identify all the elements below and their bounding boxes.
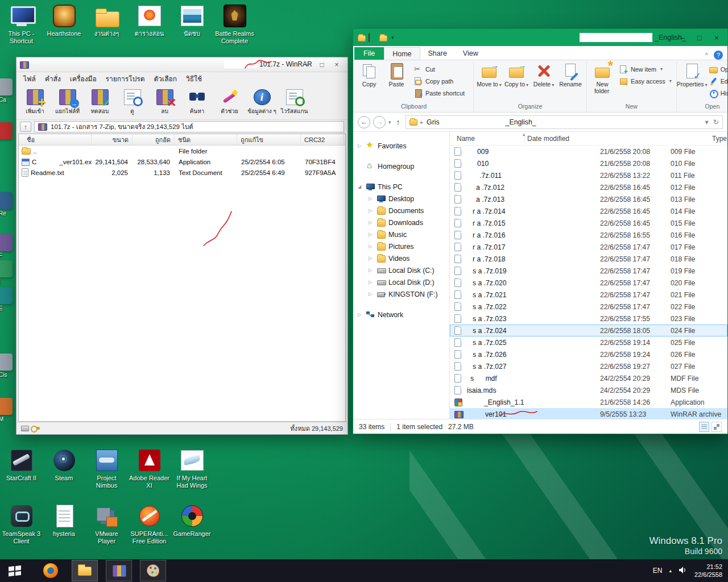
ribbon-button[interactable]: Move to▾ — [475, 61, 503, 88]
desktop-icon[interactable]: StarCraft II — [0, 448, 43, 489]
file-row[interactable]: r a .7z.015 22/6/2558 16:45 015 File — [450, 217, 727, 229]
drive-icon[interactable] — [21, 426, 29, 431]
ribbon-button[interactable]: New folder — [589, 61, 616, 94]
up-icon[interactable]: ↑ — [394, 118, 403, 127]
ribbon-collapse-icon[interactable]: ^ — [705, 52, 708, 59]
expand-arrow-icon[interactable]: ▷ — [358, 143, 363, 148]
nav-item[interactable]: ▷ Videos — [353, 252, 449, 264]
expand-arrow-icon[interactable]: ▷ — [369, 292, 374, 297]
file-row[interactable]: a .7z.013 22/6/2558 16:45 013 File — [450, 193, 727, 205]
file-row[interactable]: _English_1.1 21/6/2558 14:26 Application — [450, 396, 727, 408]
file-row[interactable]: s a .7z.025 22/6/2558 19:14 025 File — [450, 336, 727, 348]
file-row[interactable]: r a .7z.018 22/6/2558 17:47 018 File — [450, 253, 727, 265]
toolbar-button[interactable]: ดู — [116, 86, 148, 119]
column-header[interactable]: Date modified — [525, 132, 712, 145]
explorer-app-icon[interactable] — [358, 35, 366, 41]
desktop-icon[interactable]: If My Heart Had Wings — [171, 448, 213, 489]
archive-file-row[interactable]: Readme.txt 2,025 1,133 Text Document 25/… — [19, 167, 345, 178]
desktop-icon[interactable]: GameRanger — [171, 504, 213, 545]
ribbon-tab[interactable]: Home — [384, 47, 420, 60]
desktop-icon[interactable]: Steam — [43, 448, 85, 489]
toolbar-button[interactable]: เพิ่มเข้า — [19, 86, 51, 119]
ribbon-button[interactable]: Rename — [557, 61, 585, 88]
expand-arrow-icon[interactable]: ▷ — [369, 232, 374, 237]
ribbon-tab[interactable]: View — [455, 47, 486, 60]
expand-arrow-icon[interactable]: ▷ — [369, 268, 374, 273]
ribbon-button[interactable]: Copy to▾ — [503, 61, 530, 88]
toolbar-button[interactable]: ลบ — [148, 86, 181, 119]
expand-arrow-icon[interactable]: ▷ — [369, 220, 374, 225]
ribbon-button[interactable]: History — [706, 87, 728, 99]
nav-item[interactable]: ▷ Desktop — [353, 193, 449, 205]
menu-item[interactable]: เครื่องมือ — [65, 72, 101, 85]
ribbon-button[interactable]: Easy access▾ — [616, 75, 675, 87]
breadcrumb[interactable]: ▸ Gris _English_ ▾ ↻ — [406, 115, 723, 129]
file-row[interactable]: s a .7z.021 22/6/2558 17:47 021 File — [450, 289, 727, 301]
file-row[interactable]: 010 21/6/2558 20:08 010 File — [450, 157, 727, 169]
menu-item[interactable]: ไฟล์ — [19, 72, 40, 85]
nav-item[interactable]: ▷ Favorites — [353, 140, 449, 152]
close-icon[interactable]: × — [329, 60, 344, 70]
nav-item[interactable]: ▷ Documents — [353, 205, 449, 217]
close-icon[interactable]: × — [708, 34, 725, 42]
maximize-icon[interactable]: □ — [691, 34, 708, 42]
expand-arrow-icon[interactable]: ▷ — [369, 208, 374, 213]
nav-item[interactable]: ▷ Music — [353, 228, 449, 240]
nav-item[interactable]: ▷ Local Disk (D:) — [353, 276, 449, 288]
taskbar-paint-button[interactable] — [140, 560, 166, 581]
tray-chevron-icon[interactable]: ▴ — [669, 568, 672, 573]
ribbon-button[interactable]: Copy — [356, 61, 383, 88]
toolbar-button[interactable]: ค้นหา — [181, 86, 213, 119]
recent-locations-chevron-icon[interactable]: ▾ — [388, 119, 391, 125]
desktop-icon[interactable]: Project Nimbus — [85, 448, 128, 489]
file-row[interactable]: ver101 9/5/2555 13:23 WinRAR archive — [450, 408, 727, 419]
desktop-icon[interactable]: นัดชบ — [171, 3, 213, 45]
taskbar-firefox-button[interactable] — [38, 560, 64, 581]
nav-item[interactable]: Homegroup — [353, 160, 449, 172]
key-icon[interactable] — [32, 427, 40, 430]
ribbon-button[interactable]: Paste shortcut — [411, 87, 471, 99]
explorer-titlebar[interactable]: ▾ _English_ – □ × — [353, 29, 727, 46]
expand-arrow-icon[interactable]: ◢ — [358, 184, 363, 189]
file-row[interactable]: s a .7z.020 22/6/2558 17:47 020 File — [450, 277, 727, 289]
file-row[interactable]: a .7z.012 22/6/2558 16:45 012 File — [450, 181, 727, 193]
address-dropdown-icon[interactable]: ▾ — [705, 118, 709, 126]
forward-icon[interactable]: → — [373, 116, 386, 128]
column-header[interactable]: ถูกแก้ไข — [237, 134, 301, 145]
ribbon-button[interactable]: Copy path — [411, 75, 471, 87]
maximize-icon[interactable]: □ — [315, 60, 329, 70]
column-header[interactable]: ชนิด — [175, 134, 237, 145]
desktop-icon[interactable]: SUPERAnti... Free Edition — [128, 504, 171, 545]
archive-file-row[interactable]: C_ver101.exe 29,141,504 28,533,640 Appli… — [19, 156, 345, 167]
ribbon-button[interactable]: Edit — [706, 75, 728, 87]
file-row[interactable]: s a .7z.023 22/6/2558 17:55 023 File — [450, 313, 727, 325]
toolbar-button[interactable]: ไวรัสสแกน — [278, 86, 311, 119]
minimize-icon[interactable]: – — [674, 34, 691, 42]
ribbon-button[interactable]: Cut — [411, 63, 471, 75]
column-header[interactable]: ขนาด — [92, 134, 133, 145]
column-header[interactable]: ชื่อ — [19, 134, 92, 145]
expand-arrow-icon[interactable]: ▷ — [369, 256, 374, 261]
desktop-icon[interactable]: TeamSpeak 3 Client — [0, 504, 43, 545]
column-header[interactable]: CRC32 — [301, 134, 344, 145]
file-row[interactable]: r a .7z.017 22/6/2558 17:47 017 File — [450, 241, 727, 253]
file-row[interactable]: 009 21/6/2558 20:08 009 File — [450, 146, 727, 157]
nav-item[interactable]: ▷ Local Disk (C:) — [353, 264, 449, 276]
nav-item[interactable]: ◢ This PC — [353, 181, 449, 193]
desktop-icon[interactable]: VMware Player — [85, 504, 128, 545]
details-view-button[interactable] — [699, 422, 709, 432]
column-header[interactable]: ถูกอัด — [133, 134, 175, 145]
desktop-icon[interactable]: งานต่างๆ — [85, 3, 128, 45]
desktop-icon[interactable]: Battle Realms Complete — [213, 3, 256, 45]
expand-arrow-icon[interactable]: ▷ — [369, 244, 374, 249]
menu-item[interactable]: วิธีใช้ — [181, 72, 206, 85]
clock[interactable]: 21:52 22/6/2558 — [694, 563, 722, 579]
desktop-icon[interactable]: Hearthstone — [43, 3, 85, 45]
file-row[interactable]: s a .7z.026 22/6/2558 19:24 026 File — [450, 348, 727, 360]
file-row[interactable]: isaia.mds 24/2/2554 20:29 MDS File — [450, 384, 727, 396]
thumbnails-view-button[interactable] — [712, 422, 722, 432]
ribbon-button[interactable]: Delete▾ — [530, 61, 557, 88]
back-icon[interactable]: ← — [358, 116, 370, 128]
ribbon-tab[interactable]: Share — [420, 47, 455, 60]
toolbar-button[interactable]: แยกไฟล์ที่ — [51, 86, 84, 119]
